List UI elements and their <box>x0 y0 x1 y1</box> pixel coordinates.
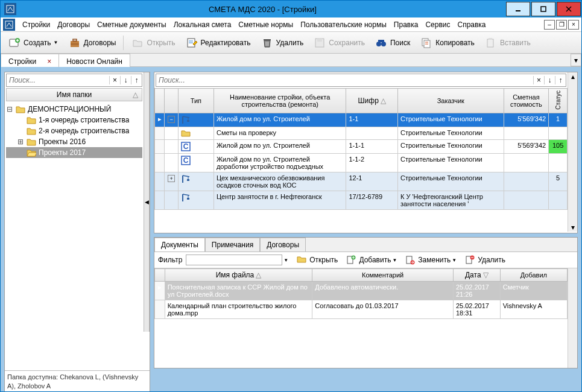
maximize-button[interactable] <box>531 2 555 16</box>
menu-item[interactable]: Справка <box>457 21 486 29</box>
tab-news[interactable]: Новости Онлайн <box>59 54 130 67</box>
svg-rect-24 <box>378 40 384 42</box>
col-type[interactable]: Тип <box>178 89 214 113</box>
table-row[interactable]: Календарный план строительство жилого до… <box>155 300 568 319</box>
menu-item[interactable]: Пользовательские нормы <box>300 21 387 29</box>
folder-icon <box>27 127 36 135</box>
search-up-icon[interactable]: ↑ <box>555 76 566 84</box>
save-icon <box>313 36 326 49</box>
close-button[interactable] <box>557 2 581 16</box>
col-name[interactable]: Наименование стройки, объекта строительс… <box>214 89 346 113</box>
svg-rect-5 <box>5 21 13 28</box>
search-button[interactable]: Поиск <box>371 35 414 51</box>
svg-point-23 <box>381 42 386 46</box>
mdi-close-button[interactable]: × <box>568 20 579 30</box>
col-author[interactable]: Добавил <box>500 269 567 282</box>
tree-search-input[interactable] <box>7 76 109 84</box>
col-status[interactable]: Статус <box>549 89 568 113</box>
tree-collapse-handle[interactable]: ◀ <box>144 72 150 332</box>
menu-item[interactable]: Стройки <box>22 21 50 29</box>
tree-node[interactable]: 1-я очередь строительства <box>6 115 142 125</box>
folder-icon <box>27 138 36 146</box>
tab-strip: Стройки Новости Онлайн ▾ <box>1 54 581 67</box>
col-cost[interactable]: Сметная стоимость <box>504 89 549 113</box>
search-down-icon[interactable]: ↓ <box>120 76 131 84</box>
collapse-icon[interactable]: ⊟ <box>6 105 13 113</box>
col-filename[interactable]: Имя файла △ <box>165 269 312 282</box>
menu-item[interactable]: Договоры <box>57 21 90 29</box>
mdi-restore-button[interactable]: ❐ <box>556 20 567 30</box>
title-bar: СМЕТА МДС 2020 - [Стройки] <box>1 1 581 17</box>
menu-item[interactable]: Правка <box>394 21 419 29</box>
doc-replace-button[interactable]: Заменить▼ <box>405 255 457 265</box>
create-button[interactable]: Создать▼ <box>4 35 62 51</box>
menu-item[interactable]: Сметные документы <box>97 21 166 29</box>
menu-item[interactable]: Локальная смета <box>174 21 232 29</box>
clear-search-icon[interactable]: × <box>533 76 544 84</box>
folder-tree-pane: × ↓ ↑ Имя папки△ ⊟ ДЕМОНСТРАЦИОННЫЙ 1-я <box>4 72 150 392</box>
edit-button[interactable]: Редактировать <box>182 35 255 51</box>
paste-button[interactable]: Вставить <box>481 35 534 51</box>
tree-root[interactable]: ⊟ ДЕМОНСТРАЦИОННЫЙ <box>6 104 142 115</box>
briefcase-icon <box>68 36 81 49</box>
col-date[interactable]: Дата ▽ <box>453 269 500 282</box>
tab-notes[interactable]: Примечания <box>205 238 260 251</box>
tree-node-selected[interactable]: Проекты 2017 <box>6 147 142 158</box>
doc-open-button[interactable]: Открыть <box>297 255 338 265</box>
tree-node[interactable]: 2-я очередь строительства <box>6 125 142 136</box>
copy-icon <box>420 36 433 49</box>
main-toolbar: Создать▼ Договоры Открыть Редактировать … <box>1 32 581 54</box>
svg-rect-21 <box>317 39 322 42</box>
tab-dropdown[interactable]: ▾ <box>571 54 581 66</box>
menu-item[interactable]: Сметные нормы <box>238 21 293 29</box>
documents-pane: Документы Примечания Договоры Фильтр ▼ О… <box>154 237 578 368</box>
tree-node[interactable]: ⊞ Проекты 2016 <box>6 136 142 147</box>
table-row[interactable]: ▸−Жилой дом по ул. Строителей1-1Строител… <box>155 113 568 127</box>
clear-search-icon[interactable]: × <box>109 76 120 84</box>
copy-button[interactable]: Копировать <box>416 35 478 51</box>
sort-indicator-icon: △ <box>133 90 138 99</box>
documents-grid: Имя файла △ Комментарий Дата ▽ Добавил ▸… <box>154 268 577 368</box>
search-up-icon[interactable]: ↑ <box>131 76 142 84</box>
col-code[interactable]: Шифр △ <box>346 89 398 113</box>
doc-add-button[interactable]: Добавить▼ <box>346 255 397 265</box>
doc-scrollbar[interactable] <box>568 268 577 368</box>
open-button[interactable]: Открыть <box>127 35 179 51</box>
svg-text:C: C <box>183 156 188 165</box>
svg-rect-30 <box>489 38 492 40</box>
table-row[interactable]: ▸Пояснительная записка к ССР Жилой дом п… <box>155 282 568 300</box>
table-row[interactable]: CЖилой дом по ул. Строителей1-1-1Строите… <box>155 139 568 153</box>
delete-button[interactable]: Удалить <box>257 35 308 51</box>
filter-row: Фильтр ▼ Открыть Добавить▼ Заменить▼ Уда… <box>154 252 577 268</box>
save-button[interactable]: Сохранить <box>309 35 368 51</box>
main-area: × ↓ ↑ Имя папки△ ⊟ ДЕМОНСТРАЦИОННЫЙ 1-я <box>1 67 581 392</box>
contracts-button[interactable]: Договоры <box>65 35 120 51</box>
doc-delete-button[interactable]: Удалить <box>465 255 505 265</box>
col-customer[interactable]: Заказчик <box>398 89 504 113</box>
tab-contracts[interactable]: Договоры <box>260 238 306 251</box>
grid-scrollbar[interactable]: ▴▾ <box>568 72 577 232</box>
bottom-tabs: Документы Примечания Договоры <box>154 238 577 252</box>
tree-header[interactable]: Имя папки△ <box>6 88 142 101</box>
tab-stroiki[interactable]: Стройки <box>1 54 59 67</box>
search-down-icon[interactable]: ↓ <box>544 76 555 84</box>
table-row[interactable]: Центр занятости в г. Нефтеюганск17/12-67… <box>155 191 568 209</box>
tab-documents[interactable]: Документы <box>154 238 205 251</box>
col-comment[interactable]: Комментарий <box>312 269 454 282</box>
expand-icon[interactable]: ⊞ <box>17 138 24 146</box>
replace-doc-icon <box>405 255 416 265</box>
svg-point-22 <box>376 42 381 46</box>
grid-search-input[interactable] <box>156 76 533 84</box>
table-row[interactable]: CЖилой дом по ул. Строителей доработки у… <box>155 153 568 172</box>
minimize-button[interactable] <box>506 2 530 16</box>
folder-icon <box>16 105 25 113</box>
menu-item[interactable]: Сервис <box>425 21 450 29</box>
filter-input[interactable] <box>186 254 282 265</box>
edit-icon <box>185 36 198 49</box>
mdi-minimize-button[interactable]: – <box>544 20 555 30</box>
table-row[interactable]: +Цех механического обезвоживания осадков… <box>155 172 568 191</box>
binoculars-icon <box>375 36 388 49</box>
folder-tree: ⊟ ДЕМОНСТРАЦИОННЫЙ 1-я очередь строитель… <box>5 101 144 160</box>
table-row[interactable]: Сметы на проверкуСтроительные Технологии <box>155 127 568 139</box>
filter-label: Фильтр <box>158 256 182 264</box>
